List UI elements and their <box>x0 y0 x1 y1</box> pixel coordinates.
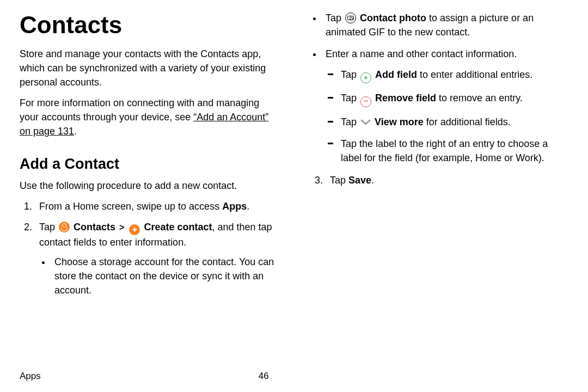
page-title: Contacts <box>20 8 277 42</box>
contacts-app-icon <box>59 222 70 232</box>
procedure-steps: From a Home screen, swipe up to access A… <box>20 199 277 297</box>
section-heading-add-contact: Add a Contact <box>20 154 277 175</box>
d2-post: to remove an entry. <box>436 93 523 103</box>
breadcrumb-chevron-icon: > <box>118 223 125 232</box>
intro-paragraph-1: Store and manage your contacts with the … <box>20 47 277 89</box>
d3-pre: Tap <box>341 117 359 127</box>
step2-bullet-storage: Choose a storage account for the contact… <box>51 255 277 297</box>
camera-icon <box>345 13 356 23</box>
dash-add-field: Tap Add field to enter additional entrie… <box>338 68 567 83</box>
bullet-contact-photo: Tap Contact photo to assign a picture or… <box>322 11 567 39</box>
right-column: Tap Contact photo to assign a picture or… <box>310 8 567 367</box>
intro-paragraph-2: For more information on connecting with … <box>20 96 277 138</box>
b1-post: to assign a picture or an animated GIF t… <box>326 13 534 38</box>
two-column-layout: Contacts Store and manage your contacts … <box>20 8 568 367</box>
minus-icon <box>360 96 371 107</box>
step1-pre: From a Home screen, swipe up to access <box>39 201 222 212</box>
d1-post: to enter additional entries. <box>417 69 532 80</box>
step2-pre: Tap <box>39 222 58 232</box>
page-footer: Apps 46 <box>20 367 568 392</box>
bullet-enter-name: Enter a name and other contact informati… <box>322 47 567 165</box>
step-2: Tap Contacts > Create contact, and then … <box>35 220 277 297</box>
field-sub-dashes: Tap Add field to enter additional entrie… <box>326 68 567 165</box>
contact-photo-label: Contact photo <box>360 13 426 23</box>
section-desc: Use the following procedure to add a new… <box>20 179 277 193</box>
save-label: Save <box>348 175 371 186</box>
left-column: Contacts Store and manage your contacts … <box>20 8 277 367</box>
step-3: Tap Save. <box>326 173 567 187</box>
dash-choose-label: Tap the label to the right of an entry t… <box>338 137 567 165</box>
step3-post: . <box>371 175 374 186</box>
b2-text: Enter a name and other contact informati… <box>326 48 517 59</box>
manual-page: Contacts Store and manage your contacts … <box>0 0 588 392</box>
step3-pre: Tap <box>330 175 348 186</box>
chevron-down-icon <box>360 119 371 126</box>
footer-section-label: Apps <box>20 370 41 383</box>
plus-icon <box>360 72 371 83</box>
intro2-post: . <box>74 126 77 137</box>
add-field-label: Add field <box>375 69 417 80</box>
procedure-steps-continued: Tap Save. <box>310 173 567 187</box>
b1-pre: Tap <box>326 13 344 23</box>
create-contact-label: Create contact <box>144 222 212 232</box>
d1-pre: Tap <box>341 69 359 80</box>
contacts-label: Contacts <box>74 222 115 232</box>
step-1: From a Home screen, swipe up to access A… <box>35 199 277 213</box>
apps-label: Apps <box>222 201 247 212</box>
remove-field-label: Remove field <box>375 93 436 103</box>
footer-page-number: 46 <box>259 370 269 383</box>
dash-remove-field: Tap Remove field to remove an entry. <box>338 91 567 107</box>
d2-pre: Tap <box>341 93 359 103</box>
step2-continued-bullets: Tap Contact photo to assign a picture or… <box>310 11 567 166</box>
create-contact-icon <box>129 224 140 235</box>
dash-view-more: Tap View more for additional fields. <box>338 115 567 129</box>
d3-post: for additional fields. <box>424 117 511 127</box>
step2-sub-bullets: Choose a storage account for the contact… <box>39 255 277 297</box>
step1-post: . <box>247 201 249 212</box>
view-more-label: View more <box>375 117 424 127</box>
